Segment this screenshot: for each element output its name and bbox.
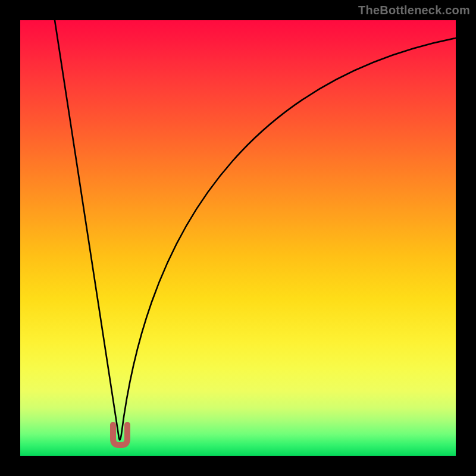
curve-layer (20, 20, 456, 456)
bottleneck-curve (55, 20, 456, 440)
watermark-text: TheBottleneck.com (358, 4, 470, 17)
plot-area (20, 20, 456, 456)
minimum-marker (113, 425, 127, 445)
chart-frame: TheBottleneck.com (0, 0, 476, 476)
